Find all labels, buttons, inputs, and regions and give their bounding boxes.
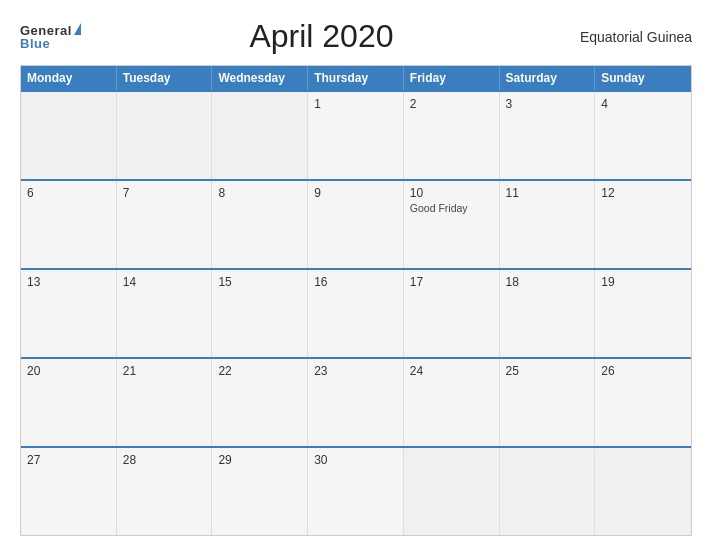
logo-general-text: General: [20, 24, 72, 37]
cell-w3-sat: 18: [500, 270, 596, 357]
cell-w3-fri: 17: [404, 270, 500, 357]
cell-w1-mon: [21, 92, 117, 179]
cell-w1-wed: [212, 92, 308, 179]
cell-w4-mon: 20: [21, 359, 117, 446]
cell-w3-wed: 15: [212, 270, 308, 357]
cell-w5-tue: 28: [117, 448, 213, 535]
logo-blue-text: Blue: [20, 37, 50, 50]
calendar-title: April 2020: [81, 18, 562, 55]
cell-w5-wed: 29: [212, 448, 308, 535]
cell-w2-fri: 10 Good Friday: [404, 181, 500, 268]
header-wednesday: Wednesday: [212, 66, 308, 90]
header-saturday: Saturday: [500, 66, 596, 90]
cell-w2-wed: 8: [212, 181, 308, 268]
cell-w1-sat: 3: [500, 92, 596, 179]
calendar: Monday Tuesday Wednesday Thursday Friday…: [20, 65, 692, 536]
cell-w4-thu: 23: [308, 359, 404, 446]
cell-w3-sun: 19: [595, 270, 691, 357]
header-sunday: Sunday: [595, 66, 691, 90]
cell-w1-tue: [117, 92, 213, 179]
calendar-header: Monday Tuesday Wednesday Thursday Friday…: [21, 66, 691, 90]
cell-w2-thu: 9: [308, 181, 404, 268]
cell-w3-thu: 16: [308, 270, 404, 357]
logo: General Blue: [20, 24, 81, 50]
week-4: 20 21 22 23 24 25 26: [21, 357, 691, 446]
calendar-body: 1 2 3 4 6 7 8 9 10 Good Friday 11 12 13: [21, 90, 691, 535]
cell-w4-wed: 22: [212, 359, 308, 446]
week-2: 6 7 8 9 10 Good Friday 11 12: [21, 179, 691, 268]
cell-w5-fri: [404, 448, 500, 535]
cell-w2-mon: 6: [21, 181, 117, 268]
cell-w2-sat: 11: [500, 181, 596, 268]
cell-w4-sat: 25: [500, 359, 596, 446]
week-3: 13 14 15 16 17 18 19: [21, 268, 691, 357]
cell-w5-sat: [500, 448, 596, 535]
page: General Blue April 2020 Equatorial Guine…: [0, 0, 712, 550]
week-5: 27 28 29 30: [21, 446, 691, 535]
header-thursday: Thursday: [308, 66, 404, 90]
cell-w4-sun: 26: [595, 359, 691, 446]
country-label: Equatorial Guinea: [562, 29, 692, 45]
cell-w2-sun: 12: [595, 181, 691, 268]
cell-w5-thu: 30: [308, 448, 404, 535]
header: General Blue April 2020 Equatorial Guine…: [20, 18, 692, 55]
header-monday: Monday: [21, 66, 117, 90]
cell-w1-fri: 2: [404, 92, 500, 179]
header-tuesday: Tuesday: [117, 66, 213, 90]
cell-w1-sun: 4: [595, 92, 691, 179]
cell-w2-tue: 7: [117, 181, 213, 268]
cell-w5-sun: [595, 448, 691, 535]
cell-w3-mon: 13: [21, 270, 117, 357]
cell-w5-mon: 27: [21, 448, 117, 535]
cell-w1-thu: 1: [308, 92, 404, 179]
week-1: 1 2 3 4: [21, 90, 691, 179]
cell-w3-tue: 14: [117, 270, 213, 357]
logo-triangle-icon: [74, 23, 81, 35]
header-friday: Friday: [404, 66, 500, 90]
cell-w4-tue: 21: [117, 359, 213, 446]
cell-w4-fri: 24: [404, 359, 500, 446]
